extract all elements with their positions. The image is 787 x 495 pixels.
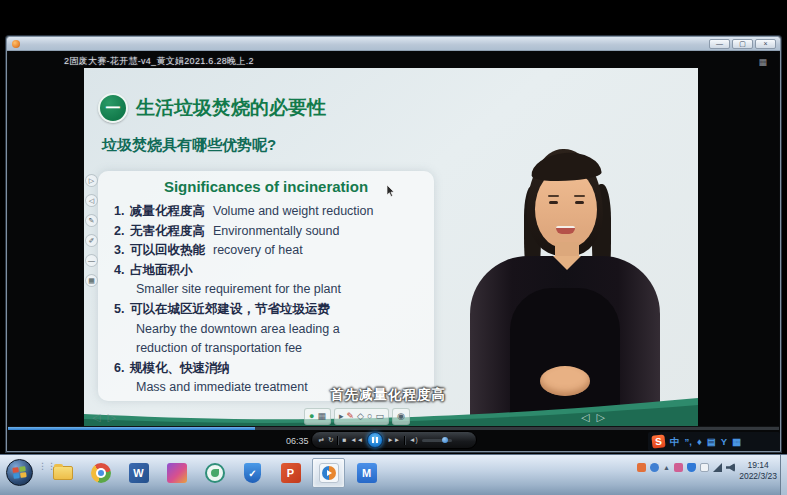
- start-button[interactable]: [6, 459, 33, 486]
- mute-icon[interactable]: ◄): [409, 437, 418, 444]
- ime-mode-chinese[interactable]: 中: [670, 432, 680, 451]
- word-taskbar-icon[interactable]: W: [122, 458, 155, 488]
- select-cursor-icon[interactable]: ▸: [339, 409, 344, 424]
- clock-time: 19:14: [739, 460, 777, 471]
- player-content: 2固废大赛-花开慧-v4_黄文娟2021.6.28晚上.2 ▦ 一 生活垃圾焚烧…: [8, 51, 779, 449]
- photos-taskbar-icon[interactable]: [160, 458, 193, 488]
- slides-grid-icon[interactable]: ▦: [317, 409, 326, 424]
- presenter-brow: [548, 195, 559, 197]
- item-en: recovery of heat: [213, 241, 303, 261]
- divider: [337, 436, 338, 445]
- next-slide-icon[interactable]: ▷: [85, 174, 98, 187]
- list-item: 1.减量化程度高Volume and weight reduction: [114, 202, 428, 222]
- close-button[interactable]: ×: [755, 39, 776, 49]
- chrome-taskbar-icon[interactable]: [84, 458, 117, 488]
- item-en: Environmentally sound: [213, 222, 339, 242]
- slide-heading: 生活垃圾焚烧的必要性: [136, 95, 326, 121]
- window-titlebar[interactable]: — ▢ ×: [7, 37, 780, 51]
- wmp-taskbar-icon-active[interactable]: [312, 458, 345, 488]
- pause-button[interactable]: [367, 432, 383, 448]
- item-en-cont: Smaller site requirement for the plant: [136, 280, 428, 300]
- item-zh: 可以回收热能: [130, 241, 205, 261]
- grid-tool-icon[interactable]: ▦: [85, 274, 98, 287]
- media-player-window: — ▢ × 2固废大赛-花开慧-v4_黄文娟2021.6.28晚上.2 ▦ 一 …: [6, 36, 781, 452]
- presenter-figure: [444, 138, 690, 426]
- tray-clock[interactable]: 19:14 2022/3/23: [739, 460, 777, 483]
- video-frame[interactable]: 一 生活垃圾焚烧的必要性 垃圾焚烧具有哪些优势呢? Significances …: [84, 68, 698, 426]
- volume-thumb[interactable]: [442, 437, 448, 443]
- switch-to-library-icon[interactable]: ▦: [758, 57, 767, 67]
- magnifier-icon[interactable]: ○: [367, 409, 372, 424]
- slide-panel: Significances of incineration 1.减量化程度高Vo…: [98, 171, 434, 401]
- presenter-eye: [549, 201, 558, 204]
- ime-punctuation-icon[interactable]: ”,: [685, 432, 692, 451]
- item-number: 2.: [114, 222, 130, 242]
- presenter-collar: [553, 256, 581, 270]
- item-zh: 占地面积小: [130, 261, 193, 281]
- laser-dot-icon[interactable]: ●: [309, 409, 314, 424]
- show-desktop-button[interactable]: [780, 455, 787, 495]
- maximize-button[interactable]: ▢: [732, 39, 753, 49]
- prev-slide-icon[interactable]: ◁: [85, 194, 98, 207]
- item-number: 6.: [114, 359, 130, 379]
- item-number: 3.: [114, 241, 130, 261]
- red-pen-icon[interactable]: ✎: [346, 409, 354, 424]
- sogou-ime-bar: S 中 ”, ♦ ▤ Y ▦: [648, 432, 780, 451]
- pen-icon[interactable]: ✎: [85, 214, 98, 227]
- prev-arrow-icon[interactable]: ◁: [581, 411, 596, 423]
- tray-document-icon[interactable]: [700, 463, 709, 472]
- tray-overflow-arrow-icon[interactable]: ▲: [663, 464, 670, 471]
- item-number: 5.: [114, 300, 130, 320]
- shuffle-icon[interactable]: ⇄: [319, 437, 324, 444]
- brush-icon[interactable]: ✐: [85, 234, 98, 247]
- explorer-taskbar-icon[interactable]: [46, 458, 79, 488]
- ime-grid-icon[interactable]: ▦: [732, 432, 741, 451]
- item-en-cont: reduction of transportation fee: [136, 339, 428, 359]
- taskbar: ⋮⋮ W ✓ P M ▲ 19:14 2022/3/23: [0, 454, 787, 495]
- next-button[interactable]: ►►: [387, 437, 400, 444]
- comment-icon[interactable]: ▭: [375, 409, 384, 424]
- ime-mic-icon[interactable]: ♦: [697, 432, 702, 451]
- sogou-logo-icon[interactable]: S: [651, 434, 665, 448]
- tray-app-icon[interactable]: [637, 463, 646, 472]
- item-en: Volume and weight reduction: [213, 202, 374, 222]
- mouse-cursor-icon: [386, 185, 395, 197]
- eraser-icon[interactable]: —: [85, 254, 98, 267]
- divider: [404, 436, 405, 445]
- ime-toolbox-icon[interactable]: Y: [721, 432, 727, 451]
- next-arrow-icon[interactable]: ▷: [596, 411, 611, 423]
- volume-slider[interactable]: [422, 439, 452, 442]
- nav-arrows-left[interactable]: ◁▷: [92, 411, 123, 424]
- shape-icon[interactable]: ◇: [357, 409, 364, 424]
- highlighter-icon[interactable]: ◉: [397, 409, 405, 424]
- eco-app-taskbar-icon[interactable]: [198, 458, 231, 488]
- network-icon[interactable]: [713, 463, 722, 472]
- item-number: 4.: [114, 261, 130, 281]
- section-number-badge: 一: [98, 93, 128, 123]
- advantages-list: 1.减量化程度高Volume and weight reduction 2.无害…: [114, 202, 428, 398]
- previous-button[interactable]: ◄◄: [350, 437, 363, 444]
- list-item: 3.可以回收热能recovery of heat: [114, 241, 428, 261]
- list-item: 6.规模化、快速消纳: [114, 359, 428, 379]
- nav-arrows-right[interactable]: ◁▷: [581, 411, 612, 424]
- speaker-icon[interactable]: [726, 463, 735, 472]
- meeting-taskbar-icon[interactable]: M: [350, 458, 383, 488]
- tray-shield-icon[interactable]: [687, 463, 696, 472]
- next-arrow-icon[interactable]: ▷: [107, 411, 122, 423]
- control-pill: ⇄ ↻ ■ ◄◄ ►► ◄): [311, 431, 477, 449]
- stop-button[interactable]: ■: [342, 437, 346, 444]
- item-zh: 减量化程度高: [130, 202, 205, 222]
- repeat-icon[interactable]: ↻: [328, 437, 333, 444]
- wmp-window-icon: [12, 40, 20, 48]
- ime-keyboard-icon[interactable]: ▤: [707, 432, 716, 451]
- powerpoint-taskbar-icon[interactable]: P: [274, 458, 307, 488]
- slide-question: 垃圾焚烧具有哪些优势呢?: [102, 136, 276, 155]
- prev-arrow-icon[interactable]: ◁: [92, 411, 107, 423]
- pc-manager-taskbar-icon[interactable]: ✓: [236, 458, 269, 488]
- tray-app-icon[interactable]: [674, 463, 683, 472]
- clock-date: 2022/3/23: [739, 471, 777, 482]
- item-number: 1.: [114, 202, 130, 222]
- tray-help-icon[interactable]: [650, 463, 659, 472]
- minimize-button[interactable]: —: [709, 39, 730, 49]
- elapsed-time: 06:35: [286, 436, 309, 446]
